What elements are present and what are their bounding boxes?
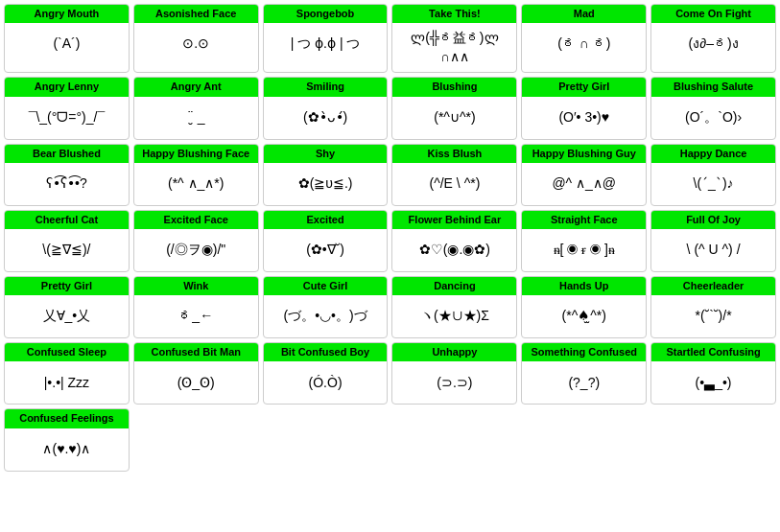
emoji-card[interactable]: Hands Up(*^♠̫^*) xyxy=(521,276,647,338)
card-title: Mad xyxy=(522,5,646,23)
emoji-card[interactable]: Straight Faceᵰ[ ◉ ᵲ ◉ ]ᵰ xyxy=(521,210,647,272)
card-title: Hands Up xyxy=(522,277,646,295)
emoji-grid: Angry Mouth(`Α´)Asonished Face⊙.⊙Spongeb… xyxy=(0,0,780,475)
card-title: Confused Sleep xyxy=(5,343,129,361)
card-content: (ಠ ∩ ಠ) xyxy=(522,23,646,65)
card-content: ლ(╬ಠ益ಠ)ლ ∩∧∧ xyxy=(392,23,516,72)
card-title: Blushing Salute xyxy=(651,78,775,96)
emoji-card[interactable]: Bear Blushedʕ•͡ʕ•͡•? xyxy=(4,144,130,206)
emoji-card[interactable]: Excited(✿•∇˘) xyxy=(263,210,389,272)
emoji-card[interactable]: Angry Ant¨̮ _ xyxy=(133,77,259,139)
card-content: (^/E \ ^*) xyxy=(392,163,516,205)
card-content: ∧(♥.♥)∧ xyxy=(5,428,129,471)
card-title: Cute Girl xyxy=(264,277,388,295)
emoji-card[interactable]: Pretty Girl乂∀_•乂 xyxy=(4,276,130,338)
emoji-card[interactable]: Blushing Salute(O´。`O)› xyxy=(650,77,776,139)
card-content: \(≧∇≦)/ xyxy=(5,229,129,271)
emoji-card[interactable]: Cute Girl(づ。•◡•。)づ xyxy=(263,276,389,338)
emoji-card[interactable]: Dancingヽ(★∪★)Σ xyxy=(391,276,517,338)
card-title: Flower Behind Ear xyxy=(392,211,516,229)
card-content: (?_?) xyxy=(522,361,646,404)
card-title: Startled Confusing xyxy=(651,343,775,361)
card-title: Pretty Girl xyxy=(5,277,129,295)
card-content: ʕ•͡ʕ•͡•? xyxy=(5,163,129,205)
emoji-card[interactable]: Angry Mouth(`Α´) xyxy=(4,4,130,73)
emoji-card[interactable]: Pretty Girl(O′• 3•)♥ xyxy=(521,77,647,139)
card-title: Happy Dance xyxy=(651,145,775,163)
card-content: (`Α´) xyxy=(5,23,129,65)
card-content: (✿•̀ᴗ•́) xyxy=(264,97,388,139)
card-title: Pretty Girl xyxy=(522,78,646,96)
card-content: ¯\_(°ᗜ=°)_/¯ xyxy=(5,97,129,139)
emoji-card[interactable]: Bit Confused Boy(Ó.Ò) xyxy=(263,342,389,405)
card-title: Full Of Joy xyxy=(651,211,775,229)
card-content: ヽ(★∪★)Σ xyxy=(392,295,516,337)
card-content: \ (^ U ^) / xyxy=(651,229,775,271)
card-title: Unhappy xyxy=(392,343,516,361)
emoji-card[interactable]: Happy Blushing Face(*^ ∧_∧*) xyxy=(133,144,259,206)
card-title: Straight Face xyxy=(522,211,646,229)
card-title: Angry Ant xyxy=(134,78,258,96)
card-title: Confused Bit Man xyxy=(134,343,258,361)
emoji-card[interactable]: Unhappy(⊃.⊃) xyxy=(391,342,517,405)
card-content: |•.•| Zzz xyxy=(5,361,129,404)
emoji-card[interactable]: Confused Feelings∧(♥.♥)∧ xyxy=(4,408,130,471)
emoji-card[interactable]: Confused Sleep|•.•| Zzz xyxy=(4,342,130,405)
card-title: Bit Confused Boy xyxy=(264,343,388,361)
card-content: ¨̮ _ xyxy=(134,97,258,139)
emoji-card[interactable]: Excited Face(/◎ヲ◉)/" xyxy=(133,210,259,272)
card-content: (づ。•◡•。)づ xyxy=(264,295,388,337)
emoji-card[interactable]: Cheerleader*(˘`˘)/* xyxy=(650,276,776,338)
emoji-card[interactable]: Something Confused(?_?) xyxy=(521,342,647,405)
card-content: (Ó.Ò) xyxy=(264,361,388,404)
card-title: Something Confused xyxy=(522,343,646,361)
card-title: Confused Feelings xyxy=(5,409,129,428)
emoji-card[interactable]: Come On Fight(ง∂–ಠ)ง xyxy=(650,4,776,73)
emoji-card[interactable]: Spongebob| つ ϕ.ϕ | つ xyxy=(263,4,389,73)
card-content: \(ˊ_ˋ)♪ xyxy=(651,163,775,205)
card-title: Excited xyxy=(264,211,388,229)
emoji-card[interactable]: Take This!ლ(╬ಠ益ಠ)ლ ∩∧∧ xyxy=(391,4,517,73)
card-title: Come On Fight xyxy=(651,5,775,23)
emoji-card[interactable]: Startled Confusing(•▃_•) xyxy=(650,342,776,405)
card-content: (O´。`O)› xyxy=(651,97,775,139)
emoji-card[interactable]: Mad(ಠ ∩ ಠ) xyxy=(521,4,647,73)
card-title: Excited Face xyxy=(134,211,258,229)
emoji-card[interactable]: Happy Blushing Guy@^ ∧_∧@ xyxy=(521,144,647,206)
card-title: Happy Blushing Guy xyxy=(522,145,646,163)
card-title: Kiss Blush xyxy=(392,145,516,163)
emoji-card[interactable]: Shy✿(≧υ≦.) xyxy=(263,144,389,206)
card-content: ✿(≧υ≦.) xyxy=(264,163,388,205)
card-content: (*^∪^*) xyxy=(392,97,516,139)
card-title: Wink xyxy=(134,277,258,295)
card-content: | つ ϕ.ϕ | つ xyxy=(264,23,388,65)
card-content: (*^ ∧_∧*) xyxy=(134,163,258,205)
emoji-card[interactable]: Confused Bit Man(ʘ_ʘ) xyxy=(133,342,259,405)
card-title: Take This! xyxy=(392,5,516,23)
card-title: Happy Blushing Face xyxy=(134,145,258,163)
card-content: (/◎ヲ◉)/" xyxy=(134,229,258,271)
emoji-card[interactable]: Asonished Face⊙.⊙ xyxy=(133,4,259,73)
card-title: Spongebob xyxy=(264,5,388,23)
card-content: (ʘ_ʘ) xyxy=(134,361,258,404)
card-title: Cheerleader xyxy=(651,277,775,295)
emoji-card[interactable]: Blushing(*^∪^*) xyxy=(391,77,517,139)
card-content: ᵰ[ ◉ ᵲ ◉ ]ᵰ xyxy=(522,229,646,271)
emoji-card[interactable]: Flower Behind Ear✿♡(◉.◉✿) xyxy=(391,210,517,272)
emoji-card[interactable]: Happy Dance\(ˊ_ˋ)♪ xyxy=(650,144,776,206)
emoji-card[interactable]: Winkಥ_← xyxy=(133,276,259,338)
emoji-card[interactable]: Angry Lenny¯\_(°ᗜ=°)_/¯ xyxy=(4,77,130,139)
emoji-card[interactable]: Smiling(✿•̀ᴗ•́) xyxy=(263,77,389,139)
card-content: 乂∀_•乂 xyxy=(5,295,129,337)
card-content: ✿♡(◉.◉✿) xyxy=(392,229,516,271)
emoji-card[interactable]: Full Of Joy\ (^ U ^) / xyxy=(650,210,776,272)
emoji-card[interactable]: Kiss Blush(^/E \ ^*) xyxy=(391,144,517,206)
card-content: (✿•∇˘) xyxy=(264,229,388,271)
card-title: Blushing xyxy=(392,78,516,96)
card-content: (ง∂–ಠ)ง xyxy=(651,23,775,65)
card-content: @^ ∧_∧@ xyxy=(522,163,646,205)
card-title: Angry Mouth xyxy=(5,5,129,23)
card-content: (*^♠̫^*) xyxy=(522,295,646,337)
card-content: (⊃.⊃) xyxy=(392,361,516,404)
emoji-card[interactable]: Cheerful Cat\(≧∇≦)/ xyxy=(4,210,130,272)
